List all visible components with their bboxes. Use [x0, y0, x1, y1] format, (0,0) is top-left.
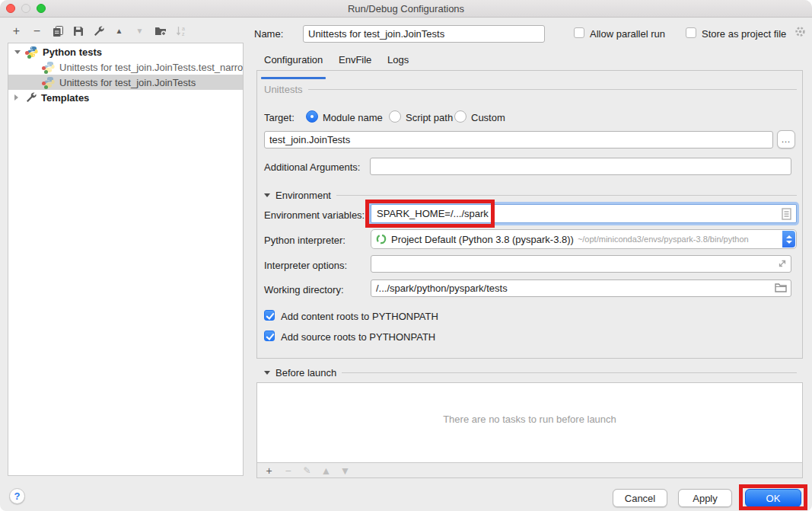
radio-script-path-label: Script path: [406, 112, 453, 123]
allow-parallel-run-checkbox[interactable]: [574, 27, 584, 38]
radio-module-name[interactable]: [306, 110, 318, 123]
radio-custom[interactable]: [454, 110, 467, 123]
divider: [342, 372, 797, 373]
module-name-input[interactable]: [264, 131, 773, 149]
run-debug-configurations-dialog: Run/Debug Configurations + − ▲ ▼ az: [0, 0, 812, 511]
minimize-window-button: [21, 4, 30, 13]
remove-configuration-icon[interactable]: −: [30, 25, 43, 38]
tree-item-python-tests[interactable]: Python tests: [8, 44, 243, 59]
sort-alphabetically-icon: az: [174, 25, 187, 38]
python-tests-icon: [27, 46, 39, 58]
remove-task-icon: −: [283, 465, 293, 475]
before-launch-header-label: Before launch: [275, 367, 336, 378]
name-input[interactable]: [303, 25, 545, 43]
working-directory-label: Working directory:: [264, 284, 344, 295]
browse-button[interactable]: ...: [777, 130, 795, 149]
name-label: Name:: [254, 28, 283, 40]
cancel-button[interactable]: Cancel: [613, 489, 667, 507]
python-interpreter-select[interactable]: Project Default (Python 3.8 (pyspark-3.8…: [371, 229, 797, 249]
edit-templates-icon[interactable]: [92, 25, 105, 38]
tree-item-label: Unittests for test_join.JoinTests: [59, 77, 196, 88]
add-source-roots-checkbox[interactable]: [264, 331, 275, 341]
environment-variables-input[interactable]: [371, 205, 796, 222]
close-window-button[interactable]: [6, 4, 15, 13]
unittests-group-title-row: Unittests: [264, 84, 797, 95]
title-bar: Run/Debug Configurations: [0, 0, 812, 18]
target-label: Target:: [264, 112, 295, 123]
additional-arguments-label: Additional Arguments:: [264, 161, 360, 173]
add-configuration-icon[interactable]: +: [10, 25, 23, 38]
environment-variables-field: [371, 204, 797, 223]
before-launch-empty-message: There are no tasks to run before launch: [257, 414, 802, 425]
apply-button[interactable]: Apply: [678, 489, 732, 507]
divider: [336, 195, 797, 196]
tab-configuration[interactable]: Configuration: [264, 54, 323, 65]
expand-arrow-icon[interactable]: [14, 94, 18, 101]
configurations-tree: Python tests Unittests for test_join.Joi…: [8, 43, 244, 476]
before-launch-task-list: There are no tasks to run before launch …: [256, 382, 803, 478]
python-interpreter-path: ~/opt/miniconda3/envs/pyspark-3.8/bin/py…: [578, 235, 749, 244]
environment-section-header[interactable]: Environment: [264, 190, 797, 201]
move-task-down-icon: ▼: [340, 465, 350, 475]
copy-configuration-icon[interactable]: [51, 25, 64, 38]
templates-wrench-icon: [25, 91, 37, 104]
move-down-icon: ▼: [133, 25, 146, 38]
environment-variables-label: Environment variables:: [264, 209, 365, 221]
working-directory-input[interactable]: [371, 279, 791, 297]
collapse-arrow-icon[interactable]: [264, 193, 270, 197]
save-configuration-icon[interactable]: [72, 25, 84, 38]
python-interpreter-value: Project Default (Python 3.8 (pyspark-3.8…: [391, 234, 574, 245]
tree-item-label: Unittests for test_join.JoinTests.test_n…: [59, 62, 243, 73]
zoom-window-button[interactable]: [37, 4, 46, 13]
interpreter-options-label: Interpreter options:: [264, 260, 347, 271]
unittests-group-title: Unittests: [264, 84, 303, 95]
move-up-icon[interactable]: ▲: [113, 25, 126, 38]
configurations-toolbar: + − ▲ ▼ az: [10, 24, 187, 39]
collapse-arrow-icon[interactable]: [14, 50, 21, 54]
move-task-up-icon: ▲: [321, 465, 331, 475]
help-button[interactable]: ?: [9, 488, 25, 504]
add-content-roots-checkbox[interactable]: [264, 310, 275, 321]
tab-logs[interactable]: Logs: [387, 54, 409, 65]
gear-icon[interactable]: [794, 25, 806, 37]
additional-arguments-input[interactable]: [370, 158, 791, 175]
divider: [308, 89, 797, 90]
ok-button[interactable]: OK: [745, 489, 801, 507]
allow-parallel-run-label: Allow parallel run: [590, 28, 665, 40]
tab-envfile[interactable]: EnvFile: [339, 54, 371, 65]
window-title: Run/Debug Configurations: [348, 3, 464, 14]
add-task-icon[interactable]: +: [264, 465, 274, 475]
python-interpreter-label: Python interpreter:: [264, 235, 345, 246]
store-as-project-file-checkbox[interactable]: [686, 27, 696, 38]
dropdown-spinner-icon[interactable]: [782, 231, 795, 248]
store-as-project-file-label: Store as project file: [702, 28, 786, 40]
tree-item-jointests-selected[interactable]: Unittests for test_join.JoinTests: [8, 75, 243, 90]
before-launch-section-header[interactable]: Before launch: [264, 367, 797, 378]
edit-task-icon: ✎: [302, 465, 312, 475]
tree-item-templates[interactable]: Templates: [8, 90, 243, 105]
collapse-arrow-icon[interactable]: [264, 371, 270, 375]
python-test-icon: [43, 76, 56, 88]
add-source-roots-label: Add source roots to PYTHONPATH: [281, 331, 435, 343]
environment-header-label: Environment: [275, 190, 331, 201]
radio-module-name-label: Module name: [323, 112, 383, 123]
radio-script-path[interactable]: [389, 110, 401, 123]
radio-custom-label: Custom: [471, 112, 505, 123]
svg-text:a: a: [182, 26, 185, 31]
svg-text:z: z: [182, 31, 185, 37]
new-folder-icon[interactable]: [154, 25, 167, 38]
add-content-roots-label: Add content roots to PYTHONPATH: [281, 311, 438, 322]
conda-env-icon: [376, 234, 387, 244]
before-launch-toolbar: + − ✎ ▲ ▼: [257, 462, 802, 477]
tree-item-label: Python tests: [43, 46, 102, 58]
python-test-icon: [43, 61, 56, 73]
tree-item-label: Templates: [41, 92, 89, 104]
tree-item-test-narrow[interactable]: Unittests for test_join.JoinTests.test_n…: [8, 59, 243, 75]
interpreter-options-input[interactable]: [371, 255, 791, 273]
